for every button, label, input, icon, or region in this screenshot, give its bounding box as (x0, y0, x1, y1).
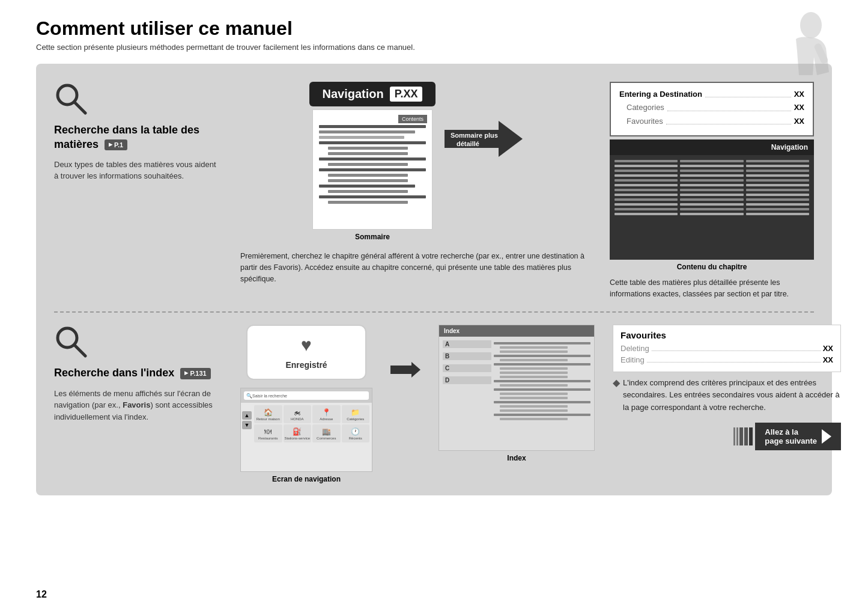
page-subtitle: Cette section présente plusieurs méthode… (36, 43, 832, 52)
toc-entry-favourites: Favourites XX (619, 116, 804, 127)
toc-entry-entering: Entering a Destination XX (619, 89, 804, 100)
nav-pill-label: Navigation (323, 87, 384, 101)
fav-name-editing: Editing (621, 355, 645, 364)
index-label: Index (507, 454, 526, 462)
chapter-detail-header: Navigation (610, 139, 814, 155)
svg-line-3 (74, 102, 85, 113)
nav-box-area: Navigation P.XX Contents (240, 82, 592, 241)
toc-entry-title-favourites: Favourites (619, 116, 663, 127)
fav-name-deleting: Deleting (621, 344, 649, 353)
contents-badge: Contents (398, 115, 427, 123)
nav-cell-categories[interactable]: 📁Catégories (342, 405, 370, 423)
svg-marker-9 (390, 362, 420, 378)
section1-desc: Deux types de tables des matières vous a… (54, 159, 222, 182)
page-title: Comment utiliser ce manuel (36, 18, 832, 39)
toc-entry-title-entering: Entering a Destination (619, 89, 702, 100)
dot-pointer-icon: ◆ (613, 377, 620, 388)
bottom-right: Favourites Deleting XX Editing XX ◆ (613, 325, 841, 450)
favourites-title: Favourites (621, 330, 833, 340)
svg-point-0 (800, 12, 822, 38)
nav-cell-restaurants[interactable]: 🍽Restaurants (254, 424, 282, 442)
nav-cell-recents[interactable]: 🕐Récents (342, 424, 370, 442)
connect-arrow-icon (390, 361, 420, 379)
nav-cell-honda[interactable]: 🏍HONDA (284, 405, 312, 423)
desc-right: Cette table des matières plus détaillée … (610, 277, 814, 300)
registered-box: ♥ Enregistré (246, 325, 366, 380)
heart-icon: ♥ (301, 335, 312, 355)
main-box: Recherche dans la table des matières P.1… (36, 64, 832, 495)
toc-detail-box: Entering a Destination XX Categories XX … (610, 82, 814, 136)
toc-illustration: Contents (312, 109, 432, 230)
ecran-label: Ecran de navigation (272, 475, 341, 483)
page-header: Comment utiliser ce manuel Cette section… (36, 18, 832, 52)
nav-cell-address[interactable]: 📍Adresse (312, 405, 341, 423)
page-number: 12 (36, 589, 47, 600)
desc-left: Premièrement, cherchez le chapitre génér… (240, 251, 592, 284)
svg-text:Sommaire plus: Sommaire plus (451, 132, 498, 139)
index-illustration: Index A B C D (439, 325, 595, 451)
fav-entry-editing: Editing XX (621, 355, 833, 364)
silhouette-icon (766, 12, 832, 84)
nav-cell-commerce[interactable]: 🏬Commerces (312, 424, 341, 442)
right-panel: Entering a Destination XX Categories XX … (610, 82, 814, 299)
search-icon (54, 82, 87, 115)
stripe-indicator (733, 427, 753, 445)
nav-cell-stations[interactable]: ⛽Stations-service (284, 424, 312, 442)
chapter-label: Contenu du chapitre (610, 263, 814, 271)
section2-heading: Recherche dans l'index P.131 (54, 366, 222, 380)
toc-entry-page-entering: XX (794, 89, 804, 100)
bottom-section: Recherche dans l'index P.131 Les élément… (54, 325, 814, 483)
index-panel: Index A B C D (439, 325, 595, 462)
next-button[interactable]: Allez à lapage suivante (755, 423, 841, 450)
sommaire-label: Sommaire (355, 233, 390, 241)
desc-text-right: L'index comprend des critères principaux… (623, 377, 841, 413)
nav-pill-page: P.XX (390, 87, 423, 102)
nav-cell-home[interactable]: 🏠Retour maison (254, 405, 282, 423)
nav-screen-illustration: 🔍 Saisir la recherche ▲ ▼ 🏠Retour maison… (240, 388, 372, 472)
toc-entry-page-categories: XX (794, 102, 804, 113)
fav-entry-deleting: Deleting XX (621, 344, 833, 353)
top-section: Recherche dans la table des matières P.1… (54, 82, 814, 313)
favourites-box: Favourites Deleting XX Editing XX (613, 325, 841, 372)
chapter-detail-illustration: Navigation (610, 139, 814, 260)
toc-entry-categories: Categories XX (619, 102, 804, 113)
svg-text:détaillé: détaillé (457, 140, 479, 147)
index-header-bar: Index (439, 325, 594, 337)
search-icon-2 (54, 325, 87, 358)
middle-panel: Navigation P.XX Contents (240, 82, 592, 284)
bottom-middle: ♥ Enregistré 🔍 Saisir la recherche ▲ ▼ (240, 325, 372, 483)
nav-search-bar: 🔍 Saisir la recherche (244, 391, 369, 400)
section1-heading: Recherche dans la table des matières P.1 (54, 123, 222, 151)
toc-entry-title-categories: Categories (619, 102, 664, 113)
fav-page-editing: XX (823, 355, 833, 364)
next-page-btn: Allez à lapage suivante (613, 423, 841, 450)
arrow-pointer: ◆ L'index comprend des critères principa… (613, 377, 841, 413)
section1-arrow-btn[interactable]: P.1 (105, 139, 127, 150)
registered-label: Enregistré (285, 360, 327, 370)
nav-pill: Navigation P.XX (309, 82, 436, 106)
section2-desc: Les éléments de menu affichés sur l'écra… (54, 388, 222, 423)
page-container: Comment utiliser ce manuel Cette section… (0, 0, 868, 612)
desc-area: Premièrement, cherchez le chapitre génér… (240, 251, 592, 284)
fav-page-deleting: XX (823, 344, 833, 353)
next-arrow-icon (822, 429, 831, 444)
svg-marker-4 (445, 121, 523, 157)
bottom-left: Recherche dans l'index P.131 Les élément… (54, 325, 222, 423)
next-btn-text: Allez à lapage suivante (765, 427, 817, 445)
svg-line-8 (74, 345, 85, 356)
left-panel: Recherche dans la table des matières P.1… (54, 82, 222, 182)
toc-entry-page-favourites: XX (794, 116, 804, 127)
big-arrow-icon: Sommaire plus détaillé (445, 118, 523, 160)
section2-arrow-btn[interactable]: P.131 (180, 368, 210, 379)
connect-arrow (390, 325, 420, 379)
